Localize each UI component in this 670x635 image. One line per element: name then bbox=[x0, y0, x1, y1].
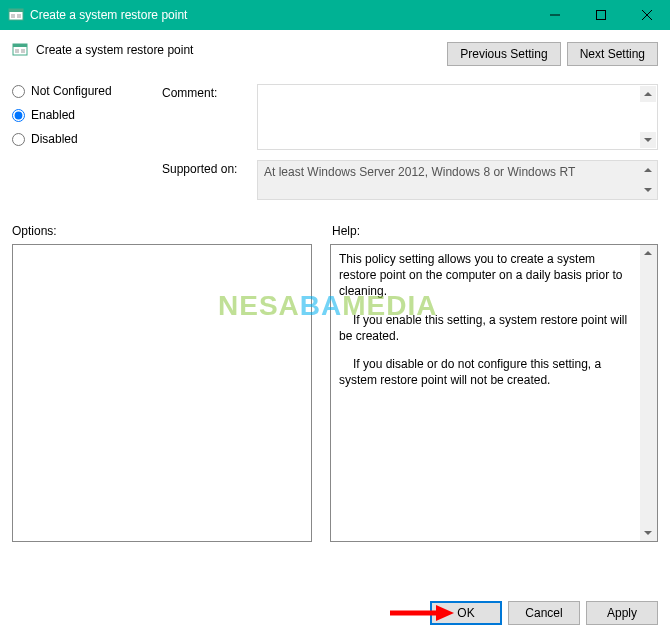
supported-on-box: At least Windows Server 2012, Windows 8 … bbox=[257, 160, 658, 200]
radio-disabled-label: Disabled bbox=[31, 132, 78, 146]
maximize-button[interactable] bbox=[578, 0, 624, 30]
options-panel bbox=[12, 244, 312, 542]
radio-not-configured-label: Not Configured bbox=[31, 84, 112, 98]
cancel-button[interactable]: Cancel bbox=[508, 601, 580, 625]
close-button[interactable] bbox=[624, 0, 670, 30]
radio-enabled-label: Enabled bbox=[31, 108, 75, 122]
titlebar: Create a system restore point bbox=[0, 0, 670, 30]
app-icon bbox=[8, 7, 24, 23]
help-text-1: This policy setting allows you to create… bbox=[339, 251, 635, 300]
svg-rect-5 bbox=[597, 11, 606, 20]
help-label: Help: bbox=[332, 224, 360, 238]
radio-disabled-input[interactable] bbox=[12, 133, 25, 146]
svg-rect-11 bbox=[21, 49, 25, 53]
help-text-3: If you disable or do not configure this … bbox=[339, 356, 635, 388]
help-panel: This policy setting allows you to create… bbox=[330, 244, 658, 542]
page-icon bbox=[12, 42, 28, 58]
scroll-up-icon[interactable] bbox=[640, 86, 656, 102]
comment-box bbox=[257, 84, 658, 150]
options-label: Options: bbox=[12, 224, 332, 238]
help-scrollbar[interactable] bbox=[640, 245, 657, 541]
supported-on-text: At least Windows Server 2012, Windows 8 … bbox=[258, 161, 657, 183]
page-title: Create a system restore point bbox=[36, 43, 193, 57]
window-title: Create a system restore point bbox=[30, 8, 187, 22]
help-text-2: If you enable this setting, a system res… bbox=[339, 312, 635, 344]
apply-button[interactable]: Apply bbox=[586, 601, 658, 625]
radio-enabled-input[interactable] bbox=[12, 109, 25, 122]
window-controls bbox=[532, 0, 670, 30]
svg-rect-9 bbox=[13, 44, 27, 47]
previous-setting-button[interactable]: Previous Setting bbox=[447, 42, 560, 66]
scroll-down-icon[interactable] bbox=[640, 525, 656, 541]
footer-buttons: OK Cancel Apply bbox=[430, 601, 658, 625]
svg-rect-3 bbox=[17, 14, 21, 18]
radio-not-configured[interactable]: Not Configured bbox=[12, 84, 142, 98]
minimize-button[interactable] bbox=[532, 0, 578, 30]
svg-rect-10 bbox=[15, 49, 19, 53]
scroll-up-icon[interactable] bbox=[640, 162, 656, 178]
ok-button[interactable]: OK bbox=[430, 601, 502, 625]
comment-label: Comment: bbox=[162, 84, 247, 100]
scroll-down-icon[interactable] bbox=[640, 132, 656, 148]
radio-enabled[interactable]: Enabled bbox=[12, 108, 142, 122]
radio-disabled[interactable]: Disabled bbox=[12, 132, 142, 146]
radio-not-configured-input[interactable] bbox=[12, 85, 25, 98]
svg-rect-2 bbox=[11, 14, 15, 18]
comment-input[interactable] bbox=[258, 85, 639, 149]
scroll-up-icon[interactable] bbox=[640, 245, 656, 261]
svg-rect-1 bbox=[9, 9, 23, 12]
scroll-down-icon[interactable] bbox=[640, 182, 656, 198]
supported-on-label: Supported on: bbox=[162, 160, 247, 176]
next-setting-button[interactable]: Next Setting bbox=[567, 42, 658, 66]
